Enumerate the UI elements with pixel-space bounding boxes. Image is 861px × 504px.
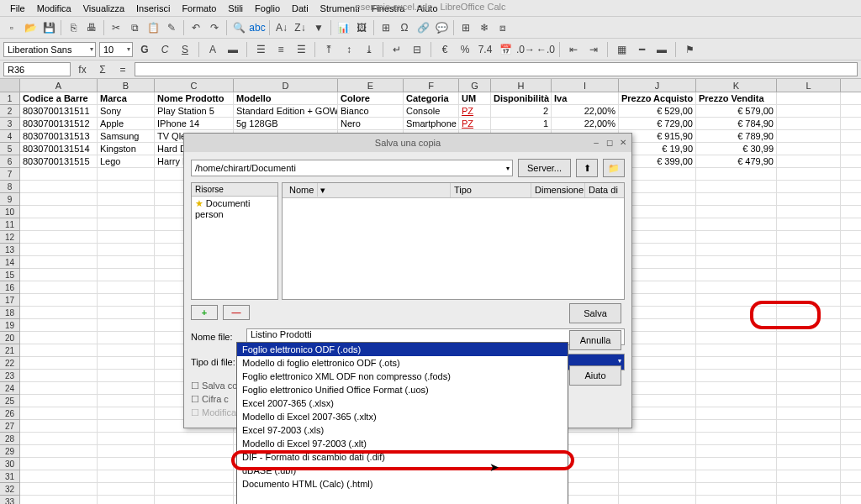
cell[interactable]: PZ bbox=[459, 118, 491, 129]
col-header[interactable]: I bbox=[552, 79, 619, 92]
cell[interactable] bbox=[20, 470, 98, 482]
row-header[interactable]: 27 bbox=[0, 420, 20, 433]
cell[interactable] bbox=[777, 445, 841, 457]
border-style-icon[interactable]: ━ bbox=[633, 41, 650, 58]
row-header[interactable]: 28 bbox=[0, 433, 20, 445]
cell[interactable] bbox=[98, 269, 155, 281]
row-header[interactable]: 6 bbox=[0, 155, 20, 168]
row-header[interactable]: 21 bbox=[0, 344, 20, 357]
cell[interactable]: Apple bbox=[98, 118, 155, 129]
row-header[interactable]: 20 bbox=[0, 332, 20, 344]
cell[interactable] bbox=[98, 307, 155, 318]
valign-bot-icon[interactable]: ⤓ bbox=[361, 41, 378, 58]
cell[interactable] bbox=[777, 407, 841, 419]
row-header[interactable]: 33 bbox=[0, 496, 20, 504]
cell[interactable] bbox=[696, 445, 777, 457]
sort-asc-icon[interactable]: A↓ bbox=[273, 19, 290, 36]
filetype-option[interactable]: Excel 2007-365 (.xlsx) bbox=[237, 396, 568, 410]
cell[interactable] bbox=[777, 231, 841, 243]
cell[interactable] bbox=[696, 458, 777, 470]
cell[interactable] bbox=[619, 496, 696, 504]
cell[interactable] bbox=[98, 458, 155, 470]
cell[interactable] bbox=[20, 256, 98, 268]
cell[interactable] bbox=[777, 181, 841, 192]
cell[interactable] bbox=[696, 181, 777, 192]
underline-icon[interactable]: S bbox=[177, 41, 193, 58]
cell[interactable]: Standard Edition + GOWR bbox=[234, 105, 338, 117]
remove-location-button[interactable]: — bbox=[223, 305, 250, 320]
cell[interactable]: € 729,00 bbox=[619, 118, 696, 129]
cell[interactable]: Kingston bbox=[98, 143, 155, 155]
cell[interactable] bbox=[777, 433, 841, 444]
cell[interactable] bbox=[777, 193, 841, 205]
col-header[interactable]: G bbox=[459, 79, 491, 92]
cell[interactable]: Prezzo Vendita bbox=[696, 92, 777, 104]
cell[interactable] bbox=[98, 370, 155, 381]
cell[interactable] bbox=[619, 433, 696, 444]
filetype-option[interactable]: Modello di Excel 2007-365 (.xltx) bbox=[237, 410, 568, 423]
cell[interactable] bbox=[777, 168, 841, 180]
cell[interactable] bbox=[20, 395, 98, 407]
pivot-icon[interactable]: ⊞ bbox=[378, 19, 394, 36]
cell[interactable] bbox=[98, 231, 155, 243]
cell[interactable] bbox=[20, 420, 98, 432]
cell[interactable] bbox=[20, 206, 98, 218]
filetype-option[interactable]: dBASE (.dbf) bbox=[237, 464, 568, 477]
cell[interactable] bbox=[98, 420, 155, 432]
cell[interactable] bbox=[777, 332, 841, 344]
cell[interactable]: € 529,00 bbox=[619, 105, 696, 117]
cell[interactable] bbox=[777, 118, 841, 129]
filetype-option[interactable]: Modello di Excel 97-2003 (.xlt) bbox=[237, 437, 568, 450]
print-icon[interactable]: 🖶 bbox=[83, 19, 100, 36]
row-header[interactable]: 17 bbox=[0, 294, 20, 307]
cell[interactable] bbox=[619, 483, 696, 495]
bg-color-icon[interactable]: ▬ bbox=[224, 41, 241, 58]
open-icon[interactable]: 📂 bbox=[22, 19, 39, 36]
cell[interactable] bbox=[777, 307, 841, 318]
equals-icon[interactable]: = bbox=[114, 61, 131, 78]
save-icon[interactable]: 💾 bbox=[40, 19, 57, 36]
cell[interactable] bbox=[696, 395, 777, 407]
cell[interactable]: Codice a Barre bbox=[20, 92, 98, 104]
col-date[interactable]: Data di bbox=[585, 183, 624, 197]
cancel-button[interactable]: Annulla bbox=[569, 330, 621, 350]
col-header[interactable]: A bbox=[20, 79, 98, 92]
link-icon[interactable]: 🔗 bbox=[415, 19, 431, 36]
col-type[interactable]: Tipo bbox=[451, 183, 531, 197]
cell[interactable] bbox=[20, 294, 98, 306]
cell[interactable] bbox=[777, 105, 841, 117]
cell[interactable] bbox=[696, 281, 777, 293]
number-icon[interactable]: 7.4 bbox=[477, 41, 494, 58]
cell[interactable]: 22,00% bbox=[552, 118, 619, 129]
cell[interactable] bbox=[696, 332, 777, 344]
menu-inserisci[interactable]: Inserisci bbox=[131, 2, 175, 15]
cell[interactable] bbox=[777, 155, 841, 167]
cell[interactable]: Console bbox=[404, 105, 459, 117]
cell[interactable] bbox=[696, 256, 777, 268]
filetype-option[interactable] bbox=[237, 491, 568, 504]
col-header[interactable]: B bbox=[98, 79, 155, 92]
col-header[interactable]: C bbox=[155, 79, 234, 92]
row-header[interactable]: 3 bbox=[0, 118, 20, 130]
cell[interactable] bbox=[20, 344, 98, 356]
cell[interactable]: 8030700131514 bbox=[20, 143, 98, 155]
dec-rem-icon[interactable]: ←.0 bbox=[537, 41, 554, 58]
align-center-icon[interactable]: ≡ bbox=[272, 41, 289, 58]
fx-icon[interactable]: fx bbox=[74, 61, 91, 78]
cell[interactable] bbox=[777, 395, 841, 407]
cell[interactable] bbox=[98, 470, 155, 482]
filetype-dropdown[interactable]: Foglio elettronico ODF (.ods)Modello di … bbox=[236, 342, 568, 504]
cell[interactable] bbox=[777, 483, 841, 495]
cell[interactable] bbox=[696, 231, 777, 243]
cell[interactable]: € 789,90 bbox=[696, 130, 777, 142]
cell[interactable] bbox=[696, 269, 777, 281]
percent-icon[interactable]: % bbox=[457, 41, 473, 58]
folders-panel[interactable]: Risorse ★ Documenti person bbox=[191, 182, 278, 300]
export-pdf-icon[interactable]: ⎘ bbox=[65, 19, 82, 36]
cell[interactable] bbox=[619, 458, 696, 470]
cell[interactable] bbox=[20, 218, 98, 230]
currency-icon[interactable]: € bbox=[436, 41, 453, 58]
cell[interactable] bbox=[777, 319, 841, 331]
merge-icon[interactable]: ⊟ bbox=[409, 41, 425, 58]
formula-input[interactable] bbox=[135, 62, 858, 76]
